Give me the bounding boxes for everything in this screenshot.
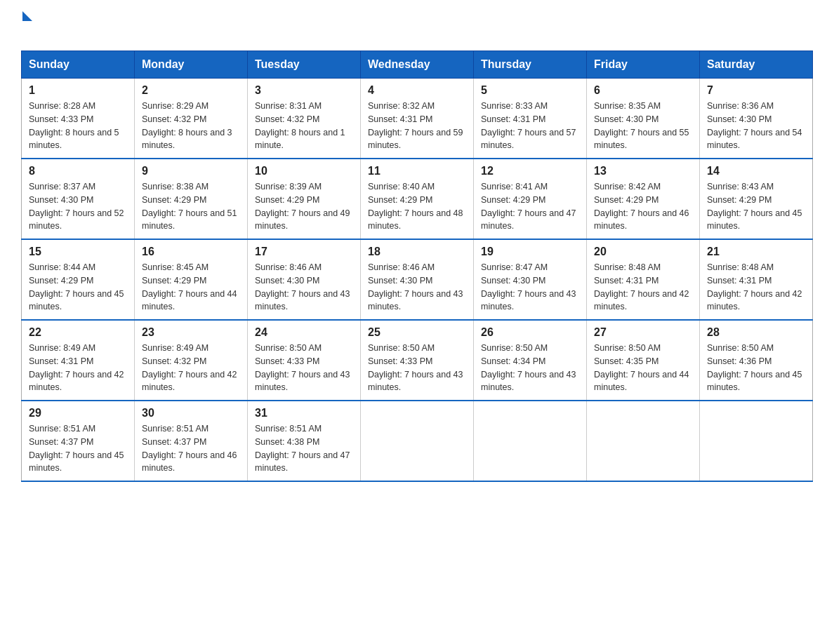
day-info: Sunrise: 8:44 AMSunset: 4:29 PMDaylight:… — [29, 261, 127, 314]
calendar-cell: 28Sunrise: 8:50 AMSunset: 4:36 PMDayligh… — [700, 320, 813, 401]
day-info: Sunrise: 8:39 AMSunset: 4:29 PMDaylight:… — [255, 180, 353, 233]
calendar-cell: 26Sunrise: 8:50 AMSunset: 4:34 PMDayligh… — [474, 320, 587, 401]
day-info: Sunrise: 8:48 AMSunset: 4:31 PMDaylight:… — [594, 261, 692, 314]
page-header — [21, 14, 813, 43]
calendar-cell: 13Sunrise: 8:42 AMSunset: 4:29 PMDayligh… — [587, 159, 700, 239]
weekday-header-monday: Monday — [135, 51, 248, 79]
calendar-cell: 16Sunrise: 8:45 AMSunset: 4:29 PMDayligh… — [135, 239, 248, 320]
day-info: Sunrise: 8:35 AMSunset: 4:30 PMDaylight:… — [594, 100, 692, 152]
day-info: Sunrise: 8:50 AMSunset: 4:34 PMDaylight:… — [481, 342, 579, 394]
day-info: Sunrise: 8:42 AMSunset: 4:29 PMDaylight:… — [594, 180, 692, 233]
day-info: Sunrise: 8:37 AMSunset: 4:30 PMDaylight:… — [29, 180, 127, 233]
weekday-header-wednesday: Wednesday — [361, 51, 474, 79]
calendar-cell: 2Sunrise: 8:29 AMSunset: 4:32 PMDaylight… — [135, 79, 248, 159]
weekday-header-tuesday: Tuesday — [248, 51, 361, 79]
calendar-cell: 3Sunrise: 8:31 AMSunset: 4:32 PMDaylight… — [248, 79, 361, 159]
day-number: 13 — [594, 165, 692, 177]
calendar-cell: 18Sunrise: 8:46 AMSunset: 4:30 PMDayligh… — [361, 239, 474, 320]
day-number: 19 — [481, 246, 579, 258]
calendar-week-1: 1Sunrise: 8:28 AMSunset: 4:33 PMDaylight… — [22, 79, 813, 159]
day-info: Sunrise: 8:29 AMSunset: 4:32 PMDaylight:… — [142, 100, 240, 152]
day-number: 18 — [368, 246, 466, 258]
calendar-cell: 22Sunrise: 8:49 AMSunset: 4:31 PMDayligh… — [22, 320, 135, 401]
day-number: 4 — [368, 84, 466, 97]
calendar-cell: 14Sunrise: 8:43 AMSunset: 4:29 PMDayligh… — [700, 159, 813, 239]
day-info: Sunrise: 8:50 AMSunset: 4:33 PMDaylight:… — [255, 342, 353, 394]
day-number: 28 — [707, 326, 805, 339]
day-info: Sunrise: 8:43 AMSunset: 4:29 PMDaylight:… — [707, 180, 805, 233]
day-info: Sunrise: 8:46 AMSunset: 4:30 PMDaylight:… — [368, 261, 466, 314]
calendar-cell: 11Sunrise: 8:40 AMSunset: 4:29 PMDayligh… — [361, 159, 474, 239]
calendar-cell: 15Sunrise: 8:44 AMSunset: 4:29 PMDayligh… — [22, 239, 135, 320]
weekday-header-thursday: Thursday — [474, 51, 587, 79]
calendar-cell: 27Sunrise: 8:50 AMSunset: 4:35 PMDayligh… — [587, 320, 700, 401]
calendar-cell: 23Sunrise: 8:49 AMSunset: 4:32 PMDayligh… — [135, 320, 248, 401]
day-number: 11 — [368, 165, 466, 177]
calendar-cell: 29Sunrise: 8:51 AMSunset: 4:37 PMDayligh… — [22, 401, 135, 481]
day-info: Sunrise: 8:51 AMSunset: 4:37 PMDaylight:… — [142, 422, 240, 475]
calendar-cell: 5Sunrise: 8:33 AMSunset: 4:31 PMDaylight… — [474, 79, 587, 159]
day-info: Sunrise: 8:36 AMSunset: 4:30 PMDaylight:… — [707, 100, 805, 152]
day-info: Sunrise: 8:33 AMSunset: 4:31 PMDaylight:… — [481, 100, 579, 152]
weekday-header-friday: Friday — [587, 51, 700, 79]
day-info: Sunrise: 8:28 AMSunset: 4:33 PMDaylight:… — [29, 100, 127, 152]
day-number: 25 — [368, 326, 466, 339]
calendar-cell: 4Sunrise: 8:32 AMSunset: 4:31 PMDaylight… — [361, 79, 474, 159]
day-number: 31 — [255, 407, 353, 420]
day-info: Sunrise: 8:45 AMSunset: 4:29 PMDaylight:… — [142, 261, 240, 314]
calendar-week-4: 22Sunrise: 8:49 AMSunset: 4:31 PMDayligh… — [22, 320, 813, 401]
calendar-cell: 25Sunrise: 8:50 AMSunset: 4:33 PMDayligh… — [361, 320, 474, 401]
calendar-body: 1Sunrise: 8:28 AMSunset: 4:33 PMDaylight… — [22, 79, 813, 482]
calendar-cell: 8Sunrise: 8:37 AMSunset: 4:30 PMDaylight… — [22, 159, 135, 239]
day-number: 21 — [707, 246, 805, 258]
calendar-table: SundayMondayTuesdayWednesdayThursdayFrid… — [21, 51, 813, 482]
day-number: 1 — [29, 84, 127, 97]
day-number: 3 — [255, 84, 353, 97]
calendar-cell: 10Sunrise: 8:39 AMSunset: 4:29 PMDayligh… — [248, 159, 361, 239]
day-info: Sunrise: 8:48 AMSunset: 4:31 PMDaylight:… — [707, 261, 805, 314]
calendar-cell: 19Sunrise: 8:47 AMSunset: 4:30 PMDayligh… — [474, 239, 587, 320]
day-info: Sunrise: 8:51 AMSunset: 4:37 PMDaylight:… — [29, 422, 127, 475]
calendar-header: SundayMondayTuesdayWednesdayThursdayFrid… — [22, 51, 813, 79]
logo-triangle-icon — [22, 11, 32, 21]
weekday-header-saturday: Saturday — [700, 51, 813, 79]
day-info: Sunrise: 8:31 AMSunset: 4:32 PMDaylight:… — [255, 100, 353, 152]
day-number: 14 — [707, 165, 805, 177]
calendar-week-5: 29Sunrise: 8:51 AMSunset: 4:37 PMDayligh… — [22, 401, 813, 481]
calendar-cell: 7Sunrise: 8:36 AMSunset: 4:30 PMDaylight… — [700, 79, 813, 159]
day-number: 23 — [142, 326, 240, 339]
calendar-cell: 31Sunrise: 8:51 AMSunset: 4:38 PMDayligh… — [248, 401, 361, 481]
calendar-cell — [700, 401, 813, 481]
weekday-header-sunday: Sunday — [22, 51, 135, 79]
day-number: 26 — [481, 326, 579, 339]
day-number: 10 — [255, 165, 353, 177]
day-info: Sunrise: 8:38 AMSunset: 4:29 PMDaylight:… — [142, 180, 240, 233]
logo — [21, 14, 32, 43]
day-number: 27 — [594, 326, 692, 339]
calendar-cell — [474, 401, 587, 481]
day-number: 17 — [255, 246, 353, 258]
calendar-cell — [361, 401, 474, 481]
day-info: Sunrise: 8:50 AMSunset: 4:36 PMDaylight:… — [707, 342, 805, 394]
calendar-cell — [587, 401, 700, 481]
calendar-cell: 6Sunrise: 8:35 AMSunset: 4:30 PMDaylight… — [587, 79, 700, 159]
calendar-cell: 24Sunrise: 8:50 AMSunset: 4:33 PMDayligh… — [248, 320, 361, 401]
calendar-cell: 1Sunrise: 8:28 AMSunset: 4:33 PMDaylight… — [22, 79, 135, 159]
day-number: 8 — [29, 165, 127, 177]
day-info: Sunrise: 8:47 AMSunset: 4:30 PMDaylight:… — [481, 261, 579, 314]
calendar-cell: 30Sunrise: 8:51 AMSunset: 4:37 PMDayligh… — [135, 401, 248, 481]
calendar-week-3: 15Sunrise: 8:44 AMSunset: 4:29 PMDayligh… — [22, 239, 813, 320]
day-number: 6 — [594, 84, 692, 97]
day-number: 9 — [142, 165, 240, 177]
calendar-cell: 21Sunrise: 8:48 AMSunset: 4:31 PMDayligh… — [700, 239, 813, 320]
day-info: Sunrise: 8:49 AMSunset: 4:31 PMDaylight:… — [29, 342, 127, 394]
day-info: Sunrise: 8:49 AMSunset: 4:32 PMDaylight:… — [142, 342, 240, 394]
day-number: 24 — [255, 326, 353, 339]
day-info: Sunrise: 8:32 AMSunset: 4:31 PMDaylight:… — [368, 100, 466, 152]
day-info: Sunrise: 8:40 AMSunset: 4:29 PMDaylight:… — [368, 180, 466, 233]
day-number: 15 — [29, 246, 127, 258]
day-number: 16 — [142, 246, 240, 258]
day-info: Sunrise: 8:41 AMSunset: 4:29 PMDaylight:… — [481, 180, 579, 233]
day-number: 12 — [481, 165, 579, 177]
calendar-cell: 17Sunrise: 8:46 AMSunset: 4:30 PMDayligh… — [248, 239, 361, 320]
